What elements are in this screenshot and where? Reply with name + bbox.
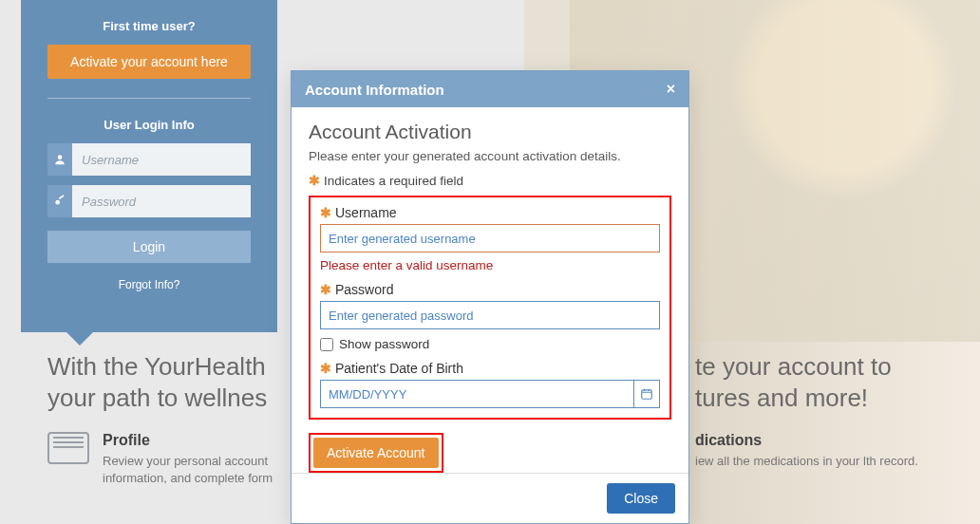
modal-header: Account Information × <box>292 71 688 107</box>
username-row <box>47 143 251 176</box>
modal-subtitle: Please enter your generated account acti… <box>309 149 671 163</box>
asterisk-icon: ✱ <box>320 282 331 297</box>
generated-username-input[interactable] <box>320 224 660 253</box>
asterisk-icon: ✱ <box>309 174 320 188</box>
key-icon <box>47 185 72 217</box>
dob-field-wrap <box>320 380 660 408</box>
close-icon[interactable]: × <box>667 81 675 98</box>
username-error: Please enter a valid username <box>320 258 660 272</box>
profile-card-icon <box>47 432 89 464</box>
asterisk-icon: ✱ <box>320 205 331 220</box>
show-password-row: Show password <box>320 337 660 351</box>
login-button[interactable]: Login <box>47 231 251 263</box>
feature-medications-title: dications <box>695 432 918 449</box>
svg-point-1 <box>55 200 60 205</box>
headline-left: With the YourHealth your path to wellnes <box>47 351 267 413</box>
user-icon <box>47 143 72 176</box>
password-input[interactable] <box>72 185 251 217</box>
activate-button-highlight: Activate Account <box>309 433 443 473</box>
calendar-icon[interactable] <box>633 380 660 408</box>
activate-account-here-button[interactable]: Activate your account here <box>47 45 251 79</box>
password-field-wrap <box>320 301 660 329</box>
generated-password-input[interactable] <box>320 301 660 329</box>
divider <box>47 98 251 99</box>
svg-rect-2 <box>59 195 65 199</box>
username-label: ✱Username <box>320 205 660 220</box>
feature-profile: Profile Review your personal account inf… <box>47 432 332 486</box>
svg-rect-3 <box>642 390 652 399</box>
password-row <box>47 185 251 217</box>
modal-heading: Account Activation <box>309 121 671 143</box>
forgot-info-link[interactable]: Forgot Info? <box>47 278 251 291</box>
feature-medications-desc: iew all the medications in your lth reco… <box>695 453 918 470</box>
asterisk-icon: ✱ <box>320 361 331 376</box>
sidebar-pointer <box>66 332 93 346</box>
password-label: ✱Password <box>320 282 660 297</box>
dob-label: ✱Patient's Date of Birth <box>320 361 660 376</box>
required-note: ✱Indicates a required field <box>309 173 671 188</box>
dob-input[interactable] <box>320 380 633 408</box>
highlighted-form-group: ✱Username Please enter a valid username … <box>309 196 671 420</box>
modal-footer: Close <box>292 473 688 523</box>
login-info-heading: User Login Info <box>47 118 251 132</box>
activate-account-button[interactable]: Activate Account <box>313 438 439 468</box>
close-button[interactable]: Close <box>607 483 675 514</box>
modal-title-bar: Account Information <box>305 82 444 98</box>
show-password-label: Show password <box>339 337 429 351</box>
first-time-heading: First time user? <box>47 19 251 33</box>
headline-right: te your account to tures and more! <box>695 351 942 413</box>
account-activation-modal: Account Information × Account Activation… <box>291 70 689 524</box>
username-input[interactable] <box>72 143 251 176</box>
svg-point-0 <box>58 155 63 159</box>
show-password-checkbox[interactable] <box>320 338 333 351</box>
feature-medications: dications iew all the medications in you… <box>695 432 942 470</box>
login-sidebar: First time user? Activate your account h… <box>21 0 277 332</box>
modal-body: Account Activation Please enter your gen… <box>292 107 688 473</box>
username-field-wrap <box>320 224 660 253</box>
